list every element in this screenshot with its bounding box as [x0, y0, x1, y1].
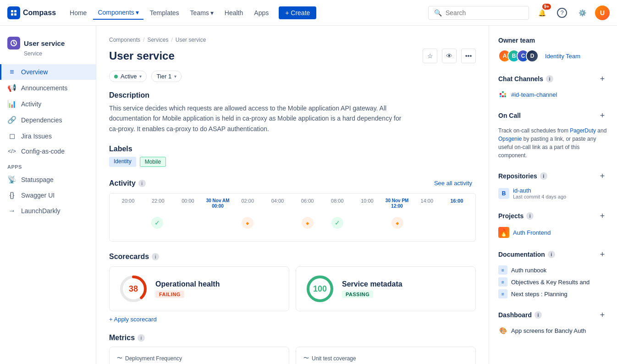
sidebar-item-swagger[interactable]: {} Swagger UI — [0, 188, 96, 203]
more-button[interactable]: ••• — [461, 49, 476, 63]
activity-icon: 📊 — [7, 99, 17, 108]
activity-info-icon[interactable]: i — [138, 180, 146, 187]
timeline-event-8 — [353, 214, 382, 232]
repo-meta: Last commit 4 days ago — [513, 194, 566, 199]
logo[interactable]: Compass — [7, 6, 56, 19]
add-project-button[interactable]: + — [597, 210, 608, 221]
sidebar-item-launchdarkly[interactable]: → LaunchDarkly — [0, 203, 96, 219]
owner-team-title: Owner team — [498, 37, 535, 44]
settings-button[interactable]: ⚙️ — [575, 6, 589, 20]
launchdarkly-icon: → — [7, 207, 17, 215]
breadcrumb-services[interactable]: Services — [147, 37, 168, 43]
search-input[interactable] — [446, 9, 523, 17]
label-identity[interactable]: Identity — [109, 157, 136, 167]
owner-team-name[interactable]: Identity Team — [545, 53, 580, 60]
timeline-label-0: 20:00 — [113, 198, 143, 209]
doc-icon-2: ≡ — [498, 289, 507, 298]
svg-rect-10 — [500, 95, 501, 97]
panel-repo-header: Repositories i + — [498, 171, 608, 182]
svg-rect-0 — [11, 10, 13, 12]
dashboard-info-icon[interactable]: i — [534, 311, 542, 319]
nav-health[interactable]: Health — [220, 6, 248, 19]
opsgenie-link[interactable]: Opsgenie — [498, 136, 522, 142]
notifications-button[interactable]: 🔔 9+ — [534, 6, 549, 20]
layout: User service Service ≡ Overview 📢 Announ… — [0, 26, 617, 364]
doc-name-0[interactable]: Auth runbook — [511, 267, 546, 274]
add-repo-button[interactable]: + — [597, 171, 608, 182]
swagger-icon: {} — [7, 191, 17, 199]
sidebar-item-announcements[interactable]: 📢 Announcements — [0, 80, 96, 96]
doc-item-2: ≡ Next steps : Planning — [498, 289, 608, 298]
panel-owner-team: Owner team A B C D Identity Team — [498, 37, 608, 62]
sidebar-item-overview[interactable]: ≡ Overview — [0, 64, 96, 80]
tier-chevron: ▾ — [174, 74, 176, 79]
add-on-call-button[interactable]: + — [597, 110, 608, 121]
user-avatar[interactable]: U — [595, 6, 610, 20]
nav-apps[interactable]: Apps — [249, 6, 273, 19]
dashboard-name[interactable]: App screens for Bancly Auth — [511, 327, 586, 334]
create-button[interactable]: + Create — [279, 6, 316, 19]
svg-rect-3 — [14, 13, 17, 16]
doc-name-2[interactable]: Next steps : Planning — [511, 291, 567, 298]
repo-name[interactable]: id-auth — [513, 187, 566, 194]
projects-info-icon[interactable]: i — [526, 212, 534, 220]
event-error-6[interactable]: ⬥ — [302, 217, 314, 229]
event-error-9[interactable]: ⬥ — [391, 217, 403, 229]
nav-teams[interactable]: Teams ▾ — [186, 6, 218, 19]
repo-info-icon[interactable]: i — [540, 172, 547, 180]
scorecards-grid: 38 Operational health FAILING 100 — [109, 266, 476, 311]
overview-icon: ≡ — [7, 68, 17, 76]
help-button[interactable]: ? — [555, 6, 569, 20]
event-error-4[interactable]: ⬥ — [242, 217, 253, 229]
chat-info-icon[interactable]: i — [546, 75, 553, 83]
nav-home[interactable]: Home — [65, 6, 91, 19]
pagerduty-link[interactable]: PagerDuty — [570, 127, 596, 134]
project-name[interactable]: Auth Frontend — [513, 229, 551, 236]
documentation-title: Documentation i — [498, 251, 555, 258]
nav-templates[interactable]: Templates — [145, 6, 184, 19]
panel-projects-header: Projects i + — [498, 210, 608, 221]
watch-button[interactable]: 👁 — [442, 49, 457, 63]
label-mobile[interactable]: Mobile — [140, 157, 166, 167]
sidebar-item-activity[interactable]: 📊 Activity — [0, 96, 96, 112]
activity-header: Activity i See all activity — [109, 178, 476, 188]
timeline-event-3 — [204, 214, 232, 232]
sidebar-label-launchdarkly: LaunchDarkly — [21, 207, 61, 215]
tier-badge[interactable]: Tier 1 ▾ — [151, 71, 182, 82]
see-all-activity-button[interactable]: See all activity — [430, 178, 476, 188]
scorecards-info-icon[interactable]: i — [152, 253, 159, 260]
sidebar-item-dependencies[interactable]: 🔗 Dependencies — [0, 112, 96, 128]
sidebar-item-jira[interactable]: ◻ Jira Issues — [0, 128, 96, 144]
doc-name-1[interactable]: Objectives & Key Results and — [511, 279, 589, 286]
owner-avatars: A B C D — [498, 50, 539, 62]
nav-components[interactable]: Components ▾ — [93, 6, 143, 20]
event-success-7[interactable]: ✓ — [331, 217, 343, 229]
sidebar-service-subtitle: Service — [7, 50, 88, 57]
metrics-info-icon[interactable]: i — [138, 334, 145, 342]
on-call-title: On Call — [498, 112, 521, 119]
doc-info-icon[interactable]: i — [548, 251, 555, 258]
breadcrumb-components[interactable]: Components — [109, 37, 140, 43]
star-button[interactable]: ☆ — [423, 49, 437, 63]
add-doc-button[interactable]: + — [597, 249, 608, 260]
add-chat-button[interactable]: + — [597, 73, 608, 84]
apply-scorecard-button[interactable]: + Apply scorecard — [109, 316, 157, 323]
sidebar-item-statuspage[interactable]: 📡 Statuspage — [0, 171, 96, 188]
scorecard-status-metadata: PASSING — [342, 291, 373, 298]
metrics-title: Metrics — [109, 334, 135, 342]
status-active-badge[interactable]: Active ▾ — [109, 71, 147, 82]
panel-doc-header: Documentation i + — [498, 249, 608, 260]
sidebar-label-dependencies: Dependencies — [21, 116, 62, 124]
timeline-label-2: 00:00 — [173, 198, 203, 209]
project-icon: 🔥 — [498, 227, 509, 238]
metrics-section: Metrics i 〜 Deployment Frequency 29.25 d… — [109, 334, 476, 364]
chat-channel-link[interactable]: #id-team-channel — [498, 90, 608, 99]
add-dashboard-button[interactable]: + — [597, 309, 608, 320]
event-success-1[interactable]: ✓ — [151, 217, 163, 229]
sidebar-item-config[interactable]: </> Config-as-code — [0, 144, 96, 159]
scorecard-circle-metadata: 100 — [305, 274, 335, 303]
scorecard-value-metadata: 100 — [313, 284, 327, 294]
search-box[interactable]: 🔍 — [428, 6, 529, 20]
panel-repositories: Repositories i + B id-auth Last commit 4… — [498, 171, 608, 199]
timeline-event-9: ⬥ — [384, 214, 412, 232]
